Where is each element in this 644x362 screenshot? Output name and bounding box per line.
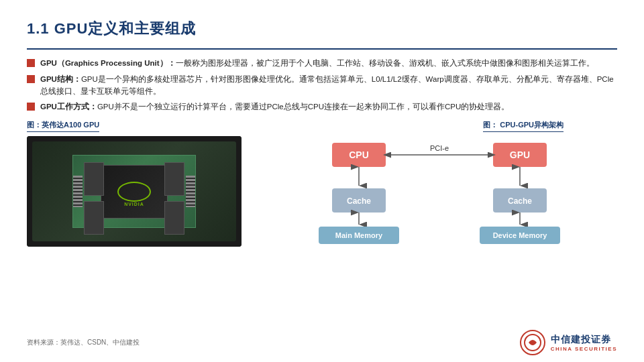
title-divider: [27, 48, 617, 50]
pcie-label: PCI-e: [430, 144, 449, 152]
bullet-marker-1: [27, 59, 35, 67]
content-area: NVIDIA CPU GPU: [27, 136, 617, 247]
bullet-text-3: GPU工作方式：GPU并不是一个独立运行的计算平台，需要通过PCle总线与CPU…: [40, 101, 509, 113]
bullet-label-1: GPU（Graphics Processing Unit）：: [40, 59, 176, 67]
nvidia-text: NVIDIA: [114, 202, 154, 206]
logo-circle: [520, 330, 545, 355]
pcb-board: NVIDIA: [32, 141, 236, 241]
gpu-image: NVIDIA: [27, 136, 241, 247]
figure-label-right: 图： CPU-GPU异构架构: [483, 120, 564, 132]
logo-icon: [523, 333, 542, 352]
bullet-marker-3: [27, 103, 35, 111]
logo-en: CHINA SECURITIES: [551, 346, 617, 352]
gpu-label: GPU: [510, 149, 530, 160]
page: 1.1 GPU定义和主要组成 GPU（Graphics Processing U…: [0, 0, 644, 362]
figure-labels-row: 图：英伟达A100 GPU 图： CPU-GPU异构架构: [27, 120, 617, 132]
main-memory-label: Main Memory: [335, 231, 383, 239]
logo-text-area: 中信建投证券 CHINA SECURITIES: [551, 334, 617, 352]
diagram-svg: CPU GPU: [262, 136, 617, 247]
left-connector-pins: [73, 176, 83, 207]
bullet-item-2: GPU结构：GPU是一个异构的多核处理器芯片，针对图形图像处理优化。通常包括运算…: [27, 74, 617, 98]
bullet-item-3: GPU工作方式：GPU并不是一个独立运行的计算平台，需要通过PCle总线与CPU…: [27, 101, 617, 113]
logo-area: 中信建投证券 CHINA SECURITIES: [520, 330, 617, 355]
logo-zh: 中信建投证券: [551, 334, 611, 346]
bullets-section: GPU（Graphics Processing Unit）：一般称为图形处理器，…: [27, 58, 617, 113]
bullet-text-2: GPU结构：GPU是一个异构的多核处理器芯片，针对图形图像处理优化。通常包括运算…: [40, 74, 617, 98]
bullet-label-2: GPU结构：: [40, 75, 81, 83]
right-connector-pins: [186, 176, 195, 207]
nvidia-eye-icon: [117, 182, 151, 202]
footer: 资料来源：英伟达、CSDN、中信建投 中信建投证券 CHINA SECURITI…: [27, 330, 617, 355]
nvidia-logo: NVIDIA: [114, 178, 154, 205]
cpu-label: CPU: [349, 149, 369, 160]
cache-left-label: Cache: [347, 196, 371, 206]
figure-label-left: 图：英伟达A100 GPU: [27, 120, 99, 132]
bullet-text-1: GPU（Graphics Processing Unit）：一般称为图形处理器，…: [40, 58, 594, 70]
device-memory-label: Device Memory: [493, 231, 548, 239]
chip-area: NVIDIA: [72, 155, 196, 228]
bullet-marker-2: [27, 75, 35, 83]
bullet-label-3: GPU工作方式：: [40, 103, 97, 111]
cache-right-label: Cache: [508, 196, 532, 206]
source-text: 资料来源：英伟达、CSDN、中信建投: [27, 338, 140, 347]
cpu-gpu-diagram: CPU GPU: [262, 136, 617, 247]
page-title: 1.1 GPU定义和主要组成: [27, 19, 617, 39]
bullet-item-1: GPU（Graphics Processing Unit）：一般称为图形处理器，…: [27, 58, 617, 70]
chip-center: NVIDIA: [101, 165, 168, 219]
